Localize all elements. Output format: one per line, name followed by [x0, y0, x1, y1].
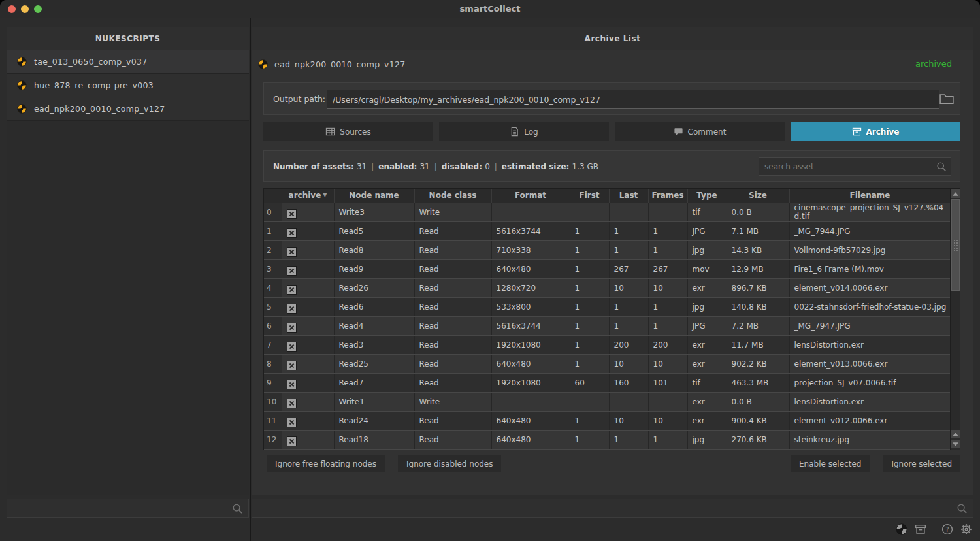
table-row[interactable]: 11Read24Read640x48011010exr900.4 KBeleme… — [264, 411, 951, 430]
column-header-archive[interactable]: archive▼ — [282, 189, 334, 203]
archive-checkbox[interactable] — [287, 323, 297, 333]
table-row[interactable]: 3Read9Read640x4801267267mov12.9 MBFire1_… — [264, 259, 951, 278]
table-row[interactable]: 0Write3Writetif0.0 Bcinemascope_projecti… — [264, 203, 951, 221]
archive-checkbox[interactable] — [287, 304, 297, 314]
column-header-frames[interactable]: Frames — [648, 189, 687, 203]
table-scrollbar[interactable] — [950, 189, 960, 450]
minimize-window-button[interactable] — [21, 5, 29, 13]
sidebar-item[interactable]: hue_878_re_comp-pre_v003 — [7, 74, 249, 97]
tab-archive[interactable]: Archive — [791, 122, 960, 141]
table-cell: exr — [687, 354, 727, 373]
scroll-up-button[interactable] — [951, 189, 960, 198]
table-cell: 1 — [570, 259, 609, 278]
table-cell: Read — [414, 316, 491, 335]
main-search-input[interactable] — [256, 499, 953, 517]
table-cell: jpg — [687, 240, 727, 259]
archive-checkbox[interactable] — [287, 228, 297, 238]
sidebar-item-label: tae_013_0650_comp_v037 — [34, 57, 147, 67]
close-window-button[interactable] — [8, 5, 16, 13]
enable-selected-button[interactable]: Enable selected — [791, 455, 870, 472]
scroll-down-button[interactable] — [951, 440, 960, 448]
ignore-disabled-button[interactable]: Ignore disabled nodes — [398, 455, 502, 472]
sidebar-search-input[interactable] — [11, 499, 229, 517]
table-cell: 267 — [609, 259, 648, 278]
table-row[interactable]: 2Read8Read710x338111jpg14.3 KBVollmond-9… — [264, 240, 951, 259]
table-cell: 267 — [648, 259, 687, 278]
table-row[interactable]: 1Read5Read5616x3744111JPG7.1 MB_MG_7944.… — [264, 221, 951, 240]
window-title: smartCollect — [460, 4, 521, 14]
table-cell: Read — [414, 297, 491, 316]
archive-checkbox[interactable] — [287, 266, 297, 276]
column-header-first[interactable]: First — [570, 189, 609, 203]
sidebar-item[interactable]: tae_013_0650_comp_v037 — [7, 50, 249, 74]
ignore-free-floating-button[interactable]: Ignore free floating nodes — [267, 455, 385, 472]
table-cell: 710x338 — [491, 240, 570, 259]
archive-checkbox[interactable] — [287, 418, 297, 427]
table-cell: Vollmond-9fb57029.jpg — [789, 240, 951, 259]
archive-checkbox[interactable] — [287, 209, 297, 219]
sidebar-item[interactable]: ead_npk200_0010_comp_v127 — [7, 97, 249, 121]
table-cell: 270.6 KB — [727, 430, 789, 449]
folder-icon[interactable] — [939, 92, 954, 105]
table-cell: exr — [687, 335, 727, 354]
tab-sources[interactable]: Sources — [263, 122, 433, 141]
tab-comment[interactable]: Comment — [615, 122, 785, 141]
cell-archive — [282, 316, 334, 335]
sidebar-item-label: ead_npk200_0010_comp_v127 — [34, 104, 165, 114]
table-actions: Ignore free floating nodes Ignore disabl… — [263, 455, 960, 472]
settings-icon[interactable] — [960, 523, 972, 535]
table-cell: 640x480 — [491, 411, 570, 430]
archive-checkbox[interactable] — [287, 361, 297, 370]
archive-checkbox[interactable] — [287, 436, 297, 446]
archive-box-icon — [852, 127, 862, 137]
column-header-node-name[interactable]: Node name — [334, 189, 414, 203]
tab-log[interactable]: Log — [439, 122, 609, 141]
comment-icon — [674, 127, 683, 137]
table-row[interactable]: 9Read7Read1920x108060160101tif463.3 MBpr… — [264, 373, 951, 392]
table-row[interactable]: 12Read18Read640x480111jpg270.6 KBsteinkr… — [264, 430, 951, 449]
nuke-icon[interactable] — [896, 523, 907, 535]
archive-checkbox[interactable] — [287, 380, 297, 389]
row-index: 9 — [264, 373, 282, 392]
table-cell — [609, 203, 648, 221]
column-header-node-class[interactable]: Node class — [414, 189, 491, 203]
table-cell: 1 — [570, 354, 609, 373]
table-cell: Read — [414, 373, 491, 392]
row-index: 4 — [264, 278, 282, 297]
column-header-last[interactable]: Last — [609, 189, 648, 203]
column-header-filename[interactable]: Filename — [789, 189, 951, 203]
table-cell: JPG — [687, 221, 727, 240]
table-cell: 1 — [570, 221, 609, 240]
table-row[interactable]: 8Read25Read640x48011010exr902.2 KBelemen… — [264, 354, 951, 373]
column-header-format[interactable]: Format — [491, 189, 570, 203]
cell-archive — [282, 203, 334, 221]
output-path-input[interactable] — [327, 90, 939, 109]
table-row[interactable]: 10Write1Writeexr0.0 BlensDistortion.exr — [264, 392, 951, 411]
archive-box-icon[interactable] — [915, 523, 926, 535]
table-row[interactable]: 5Read6Read533x800111jpg140.8 KB0022-stah… — [264, 297, 951, 316]
scrollbar-thumb[interactable] — [951, 199, 960, 291]
table-row[interactable]: 4Read26Read1280x72011010exr896.7 KBeleme… — [264, 278, 951, 297]
table-cell: mov — [687, 259, 727, 278]
table-cell: 1 — [648, 240, 687, 259]
cell-archive — [282, 411, 334, 430]
table-cell: Read — [414, 259, 491, 278]
table-cell: 1 — [609, 316, 648, 335]
column-header-size[interactable]: Size — [727, 189, 789, 203]
archive-checkbox[interactable] — [287, 247, 297, 257]
table-cell: tif — [687, 373, 727, 392]
table-cell: Read9 — [334, 259, 414, 278]
table-row[interactable]: 7Read3Read1920x10801200200exr11.7 MBlens… — [264, 335, 951, 354]
help-icon[interactable]: ? — [941, 523, 953, 535]
table-cell: exr — [687, 411, 727, 430]
archive-checkbox[interactable] — [287, 399, 297, 408]
table-row[interactable]: 6Read4Read5616x3744111JPG7.2 MB_MG_7947.… — [264, 316, 951, 335]
archive-checkbox[interactable] — [287, 285, 297, 295]
table-cell: 1 — [570, 335, 609, 354]
column-header-type[interactable]: Type — [687, 189, 727, 203]
scroll-up-button-bottom[interactable] — [951, 430, 960, 438]
archive-checkbox[interactable] — [287, 342, 297, 352]
asset-search-input[interactable] — [764, 158, 932, 175]
zoom-window-button[interactable] — [34, 5, 42, 13]
ignore-selected-button[interactable]: Ignore selected — [883, 455, 960, 472]
